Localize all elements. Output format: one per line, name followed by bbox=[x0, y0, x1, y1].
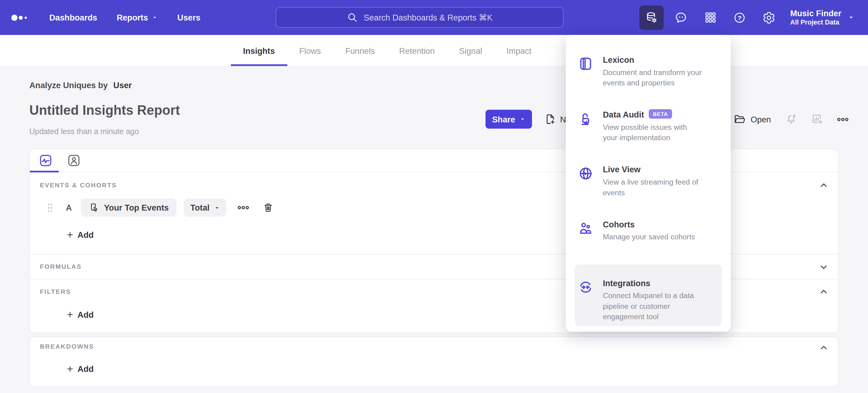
tab-funnels[interactable]: Funnels bbox=[345, 35, 375, 66]
feedback-bubble-icon bbox=[675, 11, 688, 24]
more-options-icon[interactable] bbox=[836, 113, 849, 126]
tab-impact[interactable]: Impact bbox=[506, 35, 531, 66]
report-actions-left: Share New bbox=[485, 110, 577, 129]
users-view-tab-icon[interactable] bbox=[67, 153, 81, 167]
menu-item-desc: Document and transform your events and p… bbox=[603, 68, 704, 88]
apps-grid-icon bbox=[704, 11, 717, 24]
filters-section-label: FILTERS bbox=[40, 288, 71, 295]
plus-icon bbox=[66, 231, 74, 238]
breakdowns-section-label: BREAKDOWNS bbox=[40, 343, 94, 350]
project-switcher[interactable]: Music Finder All Project Data bbox=[790, 8, 841, 27]
event-selector[interactable]: Your Top Events bbox=[81, 198, 176, 217]
formulas-section-label: FORMULAS bbox=[40, 263, 82, 270]
gear-icon bbox=[763, 11, 776, 24]
tab-retention[interactable]: Retention bbox=[399, 35, 435, 66]
plus-icon bbox=[66, 365, 74, 373]
menu-item-title: Cohorts bbox=[603, 220, 723, 229]
feedback-button[interactable] bbox=[669, 5, 693, 30]
integrations-icon bbox=[578, 279, 593, 295]
live-view-icon bbox=[578, 166, 593, 181]
report-title[interactable]: Untitled Insights Report bbox=[29, 103, 180, 118]
menu-item-desc: View possible issues with your implement… bbox=[603, 122, 704, 143]
event-row-letter: A bbox=[66, 203, 72, 213]
data-audit-icon bbox=[578, 111, 593, 127]
database-gear-icon bbox=[645, 11, 658, 24]
tab-flows[interactable]: Flows bbox=[299, 35, 321, 66]
new-document-icon bbox=[544, 113, 556, 125]
collapse-breakdowns-icon[interactable] bbox=[819, 342, 829, 353]
caret-down-icon bbox=[214, 205, 219, 210]
expand-formulas-icon[interactable] bbox=[819, 262, 829, 273]
menu-item-live-view[interactable]: Live View View a live streaming feed of … bbox=[578, 165, 723, 198]
menu-item-desc: Connect Mixpanel to a data pipeline or c… bbox=[603, 291, 704, 322]
lexicon-icon bbox=[578, 56, 593, 72]
collapse-filters-icon[interactable] bbox=[819, 286, 829, 297]
data-management-menu: Lexicon Document and transform your even… bbox=[566, 35, 731, 332]
menu-item-integrations[interactable]: Integrations Connect Mixpanel to a data … bbox=[575, 264, 722, 326]
menu-item-title: Lexicon bbox=[603, 55, 723, 64]
top-nav: Dashboards Reports Users Search Dashboar… bbox=[0, 0, 868, 35]
caret-down-icon bbox=[847, 14, 855, 21]
menu-item-cohorts[interactable]: Cohorts Manage your saved cohorts bbox=[578, 220, 723, 243]
menu-item-data-audit[interactable]: Data Audit BETA View possible issues wit… bbox=[578, 110, 723, 144]
caret-down-icon bbox=[520, 116, 525, 122]
help-icon: ? bbox=[733, 11, 746, 24]
app: Dashboards Reports Users Search Dashboar… bbox=[0, 0, 868, 393]
beta-badge: BETA bbox=[649, 109, 672, 119]
search-icon bbox=[347, 11, 358, 23]
search-input[interactable]: Search Dashboards & Reports ⌘K bbox=[276, 7, 564, 28]
report-actions-right: Open bbox=[734, 110, 849, 129]
nav-item-users[interactable]: Users bbox=[177, 13, 200, 22]
chart-add-icon[interactable] bbox=[811, 113, 823, 125]
apps-grid-button[interactable] bbox=[699, 5, 723, 30]
collapse-events-icon[interactable] bbox=[819, 180, 829, 190]
svg-text:?: ? bbox=[738, 14, 742, 21]
breakdowns-card: BREAKDOWNS Add bbox=[29, 336, 839, 387]
event-query-row: A Your Top Events Total bbox=[47, 198, 273, 217]
cohorts-icon bbox=[578, 221, 593, 236]
settings-button[interactable] bbox=[757, 5, 781, 30]
row-more-options-icon[interactable] bbox=[237, 201, 249, 214]
nav-right: ? Music Finder All Project Data bbox=[635, 0, 868, 35]
project-name: Music Finder bbox=[790, 8, 841, 18]
menu-item-desc: View a live streaming feed of events bbox=[603, 177, 704, 198]
event-icon bbox=[89, 202, 99, 213]
updated-timestamp: Updated less than a minute ago bbox=[29, 127, 139, 136]
caret-down-icon bbox=[152, 15, 158, 21]
menu-item-title: Integrations bbox=[603, 278, 716, 288]
menu-item-title: Live View bbox=[603, 165, 723, 174]
metric-value: Total bbox=[190, 203, 210, 213]
tab-signal[interactable]: Signal bbox=[459, 35, 482, 66]
nav-item-reports[interactable]: Reports bbox=[117, 13, 158, 22]
menu-item-desc: Manage your saved cohorts bbox=[603, 232, 704, 243]
insights-view-tab-icon[interactable] bbox=[39, 153, 53, 167]
tab-insights[interactable]: Insights bbox=[243, 35, 275, 66]
add-event-button[interactable]: Add bbox=[66, 230, 94, 240]
analyze-line: Analyze Uniques byUser bbox=[29, 81, 132, 90]
events-section-label: EVENTS & COHORTS bbox=[40, 182, 117, 189]
menu-item-title: Data Audit bbox=[603, 110, 644, 119]
alert-add-icon[interactable] bbox=[785, 113, 798, 125]
nav-item-dashboards[interactable]: Dashboards bbox=[49, 13, 97, 22]
search-placeholder: Search Dashboards & Reports ⌘K bbox=[364, 12, 492, 23]
report-tabbar: Insights Flows Funnels Retention Signal … bbox=[0, 35, 868, 66]
mixpanel-logo-icon[interactable] bbox=[11, 11, 29, 24]
plus-icon bbox=[66, 311, 74, 318]
help-button[interactable]: ? bbox=[728, 5, 752, 30]
primary-nav: Dashboards Reports Users bbox=[49, 13, 200, 22]
share-button[interactable]: Share bbox=[485, 110, 532, 129]
add-breakdown-button[interactable]: Add bbox=[66, 364, 94, 374]
event-name: Your Top Events bbox=[104, 203, 169, 213]
open-button[interactable]: Open bbox=[734, 113, 771, 125]
metric-selector[interactable]: Total bbox=[184, 198, 226, 217]
project-scope: All Project Data bbox=[790, 19, 841, 27]
drag-handle-icon[interactable] bbox=[47, 202, 53, 213]
data-management-button[interactable] bbox=[640, 5, 664, 30]
delete-row-icon[interactable] bbox=[262, 202, 273, 213]
menu-item-lexicon[interactable]: Lexicon Document and transform your even… bbox=[578, 55, 723, 88]
analyze-label: Analyze Uniques by bbox=[29, 81, 108, 90]
analyze-value-dropdown[interactable]: User bbox=[114, 81, 132, 90]
add-filter-button[interactable]: Add bbox=[66, 310, 94, 319]
folder-open-icon bbox=[734, 113, 746, 125]
